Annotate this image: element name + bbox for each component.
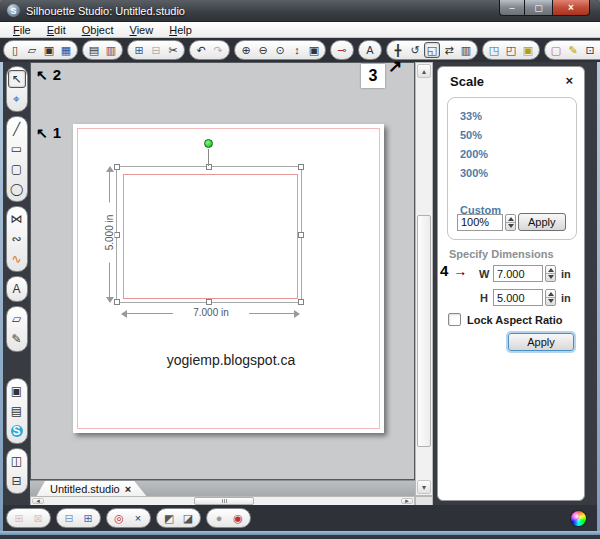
scroll-up-button[interactable]: ▴ (417, 64, 431, 78)
rounded-rectangle-tool-button[interactable]: ▢ (8, 160, 26, 178)
ellipse-tool-button[interactable]: ◯ (8, 180, 26, 198)
resize-handle[interactable] (206, 299, 212, 305)
save-file-button[interactable]: ▣ (41, 42, 57, 58)
scale-button[interactable]: ◱ (424, 42, 440, 58)
align-button[interactable]: ⇄ (441, 42, 457, 58)
title-bar[interactable]: S Silhouette Studio: Untitled.studio – ▢… (0, 0, 600, 22)
bring-to-front-button[interactable]: ◪ (179, 510, 197, 526)
scroll-down-button[interactable]: ▾ (417, 480, 431, 494)
scale-preset-33[interactable]: 33% (460, 107, 488, 126)
zoom-out-button[interactable]: ⊖ (255, 42, 271, 58)
rectangle-tool-button[interactable]: ▭ (8, 140, 26, 158)
resize-handle[interactable] (298, 232, 304, 238)
curve-tool-button[interactable]: ∾ (8, 230, 26, 248)
library-tool-button[interactable]: ▤ (8, 402, 26, 420)
knife-tool-button[interactable]: ✎ (8, 330, 26, 348)
registration-button[interactable]: ◉ (229, 510, 247, 526)
fill-settings-tool-button[interactable]: ▣ (8, 382, 26, 400)
print-button[interactable]: ▤ (86, 42, 102, 58)
edit-points-tool-button[interactable]: ⌖ (8, 90, 26, 108)
menu-view[interactable]: View (122, 24, 162, 36)
menu-file[interactable]: File (5, 24, 39, 36)
text-tool-button[interactable]: A (8, 280, 26, 298)
panel-close-icon[interactable]: × (565, 73, 573, 88)
store-tool-button[interactable]: S (8, 422, 26, 440)
vertical-scroll-thumb[interactable] (417, 215, 431, 447)
vertical-scroll-track[interactable] (416, 79, 432, 479)
select-tool-button[interactable]: ↖ (8, 70, 26, 88)
cut-style-button[interactable]: ⊸ (334, 42, 350, 58)
arc-tool-button[interactable]: ∿ (8, 250, 26, 268)
resize-handle[interactable] (114, 232, 120, 238)
canvas-vertical-scrollbar[interactable]: ▴ ▾ (415, 62, 433, 496)
horizontal-scroll-thumb[interactable] (194, 497, 254, 505)
duplicate-right-button[interactable]: ⊞ (79, 510, 97, 526)
scale-apply-button[interactable]: Apply (518, 213, 566, 231)
rotate-button[interactable]: ↺ (407, 42, 423, 58)
fit-to-page-button[interactable]: ▣ (306, 42, 322, 58)
cut-scissors-button[interactable]: ✂ (165, 42, 181, 58)
canvas-area[interactable]: 5.000 in 7.000 in yogiemp.blogspot.ca (30, 62, 415, 480)
selected-rectangle[interactable] (123, 174, 298, 299)
lock-aspect-checkbox[interactable] (448, 313, 461, 326)
resize-handle[interactable] (298, 164, 304, 170)
document-tab[interactable]: Untitled.studio × (36, 481, 147, 497)
resize-handle[interactable] (114, 164, 120, 170)
rotate-handle[interactable] (204, 139, 213, 148)
horizontal-scroll-track[interactable] (45, 497, 400, 505)
sketch-pen-button[interactable]: ✎ (565, 42, 581, 58)
height-input[interactable] (493, 289, 543, 306)
redo-button[interactable]: ↷ (210, 42, 226, 58)
polygon-tool-button[interactable]: ⋈ (8, 210, 26, 228)
modify-button[interactable]: ● (210, 510, 228, 526)
copy-button[interactable]: ⊞ (131, 42, 147, 58)
scroll-right-button[interactable]: ▸ (401, 498, 413, 504)
send-to-back-button[interactable]: ◩ (160, 510, 178, 526)
line-style-button[interactable]: ▢ (548, 42, 564, 58)
open-file-button[interactable]: ▱ (24, 42, 40, 58)
delete-object-button[interactable]: × (129, 510, 147, 526)
dimensions-apply-button[interactable]: Apply (508, 333, 574, 351)
resize-handle[interactable] (206, 164, 212, 170)
group-objects-button[interactable]: ⊞ (10, 510, 28, 526)
scroll-left-button[interactable]: ◂ (32, 498, 44, 504)
color-wheel-icon[interactable] (571, 511, 586, 526)
custom-scale-stepper[interactable] (505, 214, 516, 231)
width-stepper[interactable] (545, 265, 556, 282)
save-to-library-button[interactable]: ▦ (58, 42, 74, 58)
replicate-button[interactable]: ▥ (458, 42, 474, 58)
text-style-button[interactable]: A (362, 42, 378, 58)
paste-button[interactable]: ⊟ (148, 42, 164, 58)
zoom-selection-button[interactable]: ⊙ (272, 42, 288, 58)
cut-settings-button[interactable]: ◰ (503, 42, 519, 58)
menu-edit[interactable]: Edit (39, 24, 74, 36)
custom-scale-input[interactable] (457, 214, 503, 231)
menu-help[interactable]: Help (161, 24, 200, 36)
close-button[interactable]: × (552, 0, 590, 16)
zoom-in-button[interactable]: ⊕ (238, 42, 254, 58)
weld-button[interactable]: ◎ (110, 510, 128, 526)
resize-handle[interactable] (114, 299, 120, 305)
drag-zoom-button[interactable]: ↕ (289, 42, 305, 58)
page-settings-button[interactable]: ◳ (486, 42, 502, 58)
scale-preset-200[interactable]: 200% (460, 145, 488, 164)
height-stepper[interactable] (545, 289, 556, 306)
duplicate-left-button[interactable]: ⊟ (60, 510, 78, 526)
minimize-button[interactable]: – (499, 0, 525, 16)
new-document-button[interactable]: ▯ (7, 42, 23, 58)
panel-toggle-top-button[interactable]: ◫ (8, 452, 26, 470)
trace-button[interactable]: ⊡ (582, 42, 598, 58)
undo-button[interactable]: ↶ (193, 42, 209, 58)
send-to-silhouette-button[interactable]: ▥ (103, 42, 119, 58)
tab-close-icon[interactable]: × (125, 483, 131, 495)
eraser-tool-button[interactable]: ▱ (8, 310, 26, 328)
fill-settings-button[interactable]: ▣ (520, 42, 536, 58)
ungroup-objects-button[interactable]: ⊠ (29, 510, 47, 526)
resize-handle[interactable] (298, 299, 304, 305)
menu-object[interactable]: Object (74, 24, 122, 36)
line-tool-button[interactable]: ╱ (8, 120, 26, 138)
width-input[interactable] (493, 265, 543, 282)
scale-preset-300[interactable]: 300% (460, 164, 488, 183)
scale-preset-50[interactable]: 50% (460, 126, 488, 145)
panel-toggle-bottom-button[interactable]: ⊟ (8, 472, 26, 490)
